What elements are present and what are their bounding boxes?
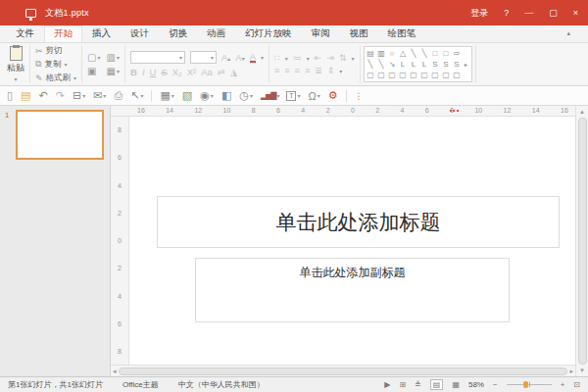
align-center-button[interactable]: ≡: [284, 66, 289, 75]
shape-icon[interactable]: L: [398, 59, 409, 70]
insert-chart-button[interactable]: ▂▅▇▾: [261, 91, 278, 100]
slide-tool-button[interactable]: ▦ ▾: [107, 66, 120, 76]
insert-table-button[interactable]: ▦▾: [160, 89, 173, 102]
menu-tab[interactable]: 幻灯片放映: [235, 25, 302, 42]
maximize-icon[interactable]: ▢: [549, 8, 558, 18]
align-left-button[interactable]: ≡: [274, 66, 279, 75]
shape-icon[interactable]: ▢: [441, 70, 452, 80]
slideshow-play-button[interactable]: ▶: [384, 380, 390, 389]
chevron-down-icon[interactable]: ▾: [261, 54, 264, 61]
menu-tab[interactable]: 插入: [82, 25, 121, 42]
shape-icon[interactable]: L: [409, 59, 419, 70]
scroll-down-icon[interactable]: ▾: [580, 367, 584, 374]
fit-window-icon[interactable]: ⊡: [573, 380, 580, 389]
decrease-indent-button[interactable]: ⇤: [315, 53, 322, 63]
shrink-font-button[interactable]: A▾: [235, 52, 244, 63]
shape-icon[interactable]: ↘: [387, 59, 398, 70]
login-button[interactable]: 登录: [470, 7, 488, 20]
change-case-button[interactable]: Aa: [201, 67, 213, 77]
shape-icon[interactable]: S: [441, 59, 452, 70]
italic-button[interactable]: I: [142, 67, 145, 77]
shape-icon[interactable]: △: [398, 48, 409, 59]
increase-indent-button[interactable]: ⇥: [326, 53, 334, 63]
shape-icon[interactable]: ⇨: [452, 48, 463, 59]
shape-icon[interactable]: ▢: [376, 70, 387, 80]
collapse-ribbon-icon[interactable]: ▴: [566, 29, 570, 37]
new-file-icon[interactable]: ▯: [7, 89, 13, 102]
align-right-button[interactable]: ≡: [295, 66, 300, 75]
menu-tab[interactable]: 动画: [197, 25, 235, 42]
select-cursor-button[interactable]: ↖▾: [130, 89, 143, 102]
scrollbar-thumb[interactable]: [578, 118, 587, 365]
help-icon[interactable]: ?: [504, 8, 509, 18]
zoom-out-button[interactable]: −: [493, 380, 498, 389]
shape-icon[interactable]: ▢: [387, 70, 398, 80]
scrollbar-thumb[interactable]: [119, 368, 568, 375]
theme-status[interactable]: Office主题: [122, 379, 159, 390]
zoom-slider[interactable]: [507, 384, 552, 385]
insert-picture-icon[interactable]: ▧: [182, 89, 192, 102]
char-spacing-button[interactable]: ⇌: [218, 67, 225, 77]
save-button[interactable]: ⊟▾: [73, 89, 85, 102]
menu-tab[interactable]: 绘图笔: [378, 25, 426, 42]
shape-icon[interactable]: ▢: [430, 70, 441, 80]
font-size-select[interactable]: ▾: [190, 51, 217, 64]
slideshow-settings-icon[interactable]: ⚙: [328, 89, 338, 102]
undo-icon[interactable]: ↶: [38, 89, 47, 102]
slide-sorter-button[interactable]: ▦: [452, 380, 460, 389]
presenter-view-button[interactable]: ≜: [415, 380, 421, 389]
justify-button[interactable]: ≡: [305, 66, 310, 75]
font-color-button[interactable]: A: [250, 53, 256, 63]
menu-tab[interactable]: 开始: [44, 25, 82, 42]
text-effects-button[interactable]: ◮: [230, 67, 237, 77]
scroll-up-icon[interactable]: ▴: [580, 108, 584, 116]
screenshot-button[interactable]: ◉▾: [200, 89, 214, 102]
shape-icon[interactable]: ▢: [419, 70, 430, 80]
shape-icon[interactable]: ▢: [409, 70, 419, 80]
smartart-icon[interactable]: ◧: [221, 89, 231, 102]
zoom-in-button[interactable]: +: [561, 380, 565, 389]
scroll-right-icon[interactable]: ▸: [569, 368, 573, 375]
scroll-left-icon[interactable]: ◂: [113, 368, 117, 375]
distribute-button[interactable]: ≣: [315, 66, 322, 75]
shape-icon[interactable]: ▥: [376, 48, 387, 59]
shape-icon[interactable]: S: [452, 59, 463, 70]
superscript-button[interactable]: X²: [187, 67, 197, 77]
shape-icon[interactable]: ╲: [419, 48, 430, 59]
menu-tab[interactable]: 切换: [159, 25, 197, 42]
symbol-button[interactable]: Ω▾: [308, 90, 319, 102]
subscript-button[interactable]: X₂: [172, 67, 182, 77]
menu-tab[interactable]: 审阅: [302, 25, 340, 42]
close-icon[interactable]: ×: [573, 8, 578, 18]
shape-icon[interactable]: S: [430, 59, 441, 70]
email-button[interactable]: ✉▾: [93, 89, 106, 102]
shape-icon[interactable]: ╲: [409, 48, 419, 59]
strikethrough-button[interactable]: S: [161, 67, 167, 77]
chevron-down-icon[interactable]: ▾: [14, 75, 17, 82]
subtitle-placeholder[interactable]: 单击此处添加副标题: [195, 258, 510, 322]
slide-tool-button[interactable]: ▣: [87, 66, 100, 76]
horizontal-scrollbar[interactable]: ◂ ▸: [111, 365, 575, 376]
slide-tool-button[interactable]: ▥ ▾: [107, 52, 120, 63]
shape-icon[interactable]: ▤: [366, 48, 376, 59]
clipboard-action-button[interactable]: ⧉ 复制 ▾: [35, 59, 76, 71]
shape-icon[interactable]: L: [419, 59, 430, 70]
shape-icon[interactable]: ╲: [366, 59, 376, 70]
paste-button[interactable]: 粘贴 ▾: [7, 46, 24, 82]
grow-font-button[interactable]: A▴: [221, 52, 230, 63]
toolbar-more-icon[interactable]: ⋮: [355, 91, 364, 101]
slide-thumbnail[interactable]: [16, 110, 104, 160]
textbox-button[interactable]: T▾: [286, 91, 300, 101]
minimize-icon[interactable]: —: [524, 8, 533, 18]
vertical-scrollbar[interactable]: ▴ ▾: [575, 106, 588, 376]
media-button[interactable]: ◷▾: [239, 89, 253, 102]
zoom-slider-handle[interactable]: [523, 381, 528, 388]
print-icon[interactable]: ⎙: [114, 89, 122, 102]
underline-button[interactable]: U: [150, 67, 157, 77]
menu-tab[interactable]: 文件: [6, 25, 44, 42]
text-direction-button[interactable]: ⇅: [339, 53, 347, 63]
title-placeholder[interactable]: 单击此处添加标题: [157, 196, 560, 248]
redo-icon[interactable]: ↷: [56, 89, 65, 102]
shape-icon[interactable]: ╲: [376, 59, 387, 70]
bullets-button[interactable]: ∷: [274, 53, 280, 63]
